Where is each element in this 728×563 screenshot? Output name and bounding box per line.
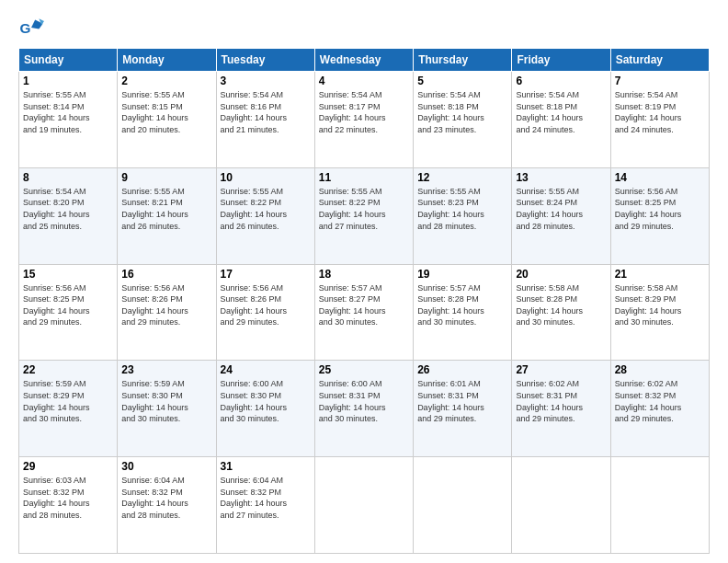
day-info: Sunrise: 5:57 AM Sunset: 8:28 PM Dayligh…	[417, 282, 507, 328]
calendar-cell: 27Sunrise: 6:02 AM Sunset: 8:31 PM Dayli…	[512, 361, 610, 457]
day-info: Sunrise: 5:55 AM Sunset: 8:24 PM Dayligh…	[516, 186, 606, 232]
day-info: Sunrise: 6:04 AM Sunset: 8:32 PM Dayligh…	[121, 475, 211, 521]
col-header-wednesday: Wednesday	[314, 49, 413, 72]
day-info: Sunrise: 5:56 AM Sunset: 8:26 PM Dayligh…	[221, 282, 311, 328]
day-info: Sunrise: 5:59 AM Sunset: 8:30 PM Dayligh…	[121, 378, 211, 424]
calendar-cell: 10Sunrise: 5:55 AM Sunset: 8:22 PM Dayli…	[216, 167, 314, 264]
day-info: Sunrise: 6:01 AM Sunset: 8:31 PM Dayligh…	[417, 378, 507, 424]
calendar-cell: 5Sunrise: 5:54 AM Sunset: 8:18 PM Daylig…	[414, 72, 512, 168]
day-number: 3	[221, 75, 311, 87]
day-number: 18	[319, 268, 409, 281]
col-header-thursday: Thursday	[414, 49, 512, 72]
day-info: Sunrise: 6:02 AM Sunset: 8:31 PM Dayligh…	[516, 378, 606, 424]
day-number: 10	[221, 171, 311, 184]
day-number: 20	[516, 268, 606, 281]
header: G	[18, 15, 710, 40]
day-info: Sunrise: 5:56 AM Sunset: 8:25 PM Dayligh…	[23, 282, 113, 328]
day-number: 5	[417, 75, 507, 87]
calendar-table: SundayMondayTuesdayWednesdayThursdayFrid…	[18, 48, 710, 554]
calendar-week-5: 29Sunrise: 6:03 AM Sunset: 8:32 PM Dayli…	[19, 457, 710, 554]
calendar-cell: 26Sunrise: 6:01 AM Sunset: 8:31 PM Dayli…	[414, 361, 512, 457]
day-number: 25	[319, 363, 409, 376]
calendar-cell: 15Sunrise: 5:56 AM Sunset: 8:25 PM Dayli…	[19, 264, 118, 361]
day-number: 1	[23, 75, 113, 87]
day-number: 17	[221, 268, 311, 281]
day-info: Sunrise: 6:02 AM Sunset: 8:32 PM Dayligh…	[615, 378, 705, 424]
calendar-cell: 17Sunrise: 5:56 AM Sunset: 8:26 PM Dayli…	[216, 264, 314, 361]
day-info: Sunrise: 5:54 AM Sunset: 8:19 PM Dayligh…	[615, 89, 705, 135]
day-number: 8	[23, 171, 113, 184]
day-info: Sunrise: 5:54 AM Sunset: 8:18 PM Dayligh…	[417, 89, 507, 135]
calendar-cell: 31Sunrise: 6:04 AM Sunset: 8:32 PM Dayli…	[216, 457, 314, 554]
calendar-cell: 18Sunrise: 5:57 AM Sunset: 8:27 PM Dayli…	[314, 264, 413, 361]
calendar-cell: 8Sunrise: 5:54 AM Sunset: 8:20 PM Daylig…	[19, 167, 118, 264]
day-info: Sunrise: 5:55 AM Sunset: 8:21 PM Dayligh…	[121, 186, 211, 232]
day-number: 16	[121, 268, 211, 281]
calendar-cell: 23Sunrise: 5:59 AM Sunset: 8:30 PM Dayli…	[118, 361, 216, 457]
calendar-cell	[512, 457, 610, 554]
day-number: 19	[417, 268, 507, 281]
day-number: 12	[417, 171, 507, 184]
calendar-cell: 6Sunrise: 5:54 AM Sunset: 8:18 PM Daylig…	[512, 72, 610, 168]
calendar-week-4: 22Sunrise: 5:59 AM Sunset: 8:29 PM Dayli…	[19, 361, 710, 457]
calendar-cell: 24Sunrise: 6:00 AM Sunset: 8:30 PM Dayli…	[216, 361, 314, 457]
day-info: Sunrise: 5:55 AM Sunset: 8:23 PM Dayligh…	[417, 186, 507, 232]
calendar-cell: 13Sunrise: 5:55 AM Sunset: 8:24 PM Dayli…	[512, 167, 610, 264]
day-number: 7	[615, 75, 705, 87]
calendar-cell: 7Sunrise: 5:54 AM Sunset: 8:19 PM Daylig…	[610, 72, 709, 168]
day-info: Sunrise: 5:54 AM Sunset: 8:18 PM Dayligh…	[516, 89, 606, 135]
col-header-friday: Friday	[512, 49, 610, 72]
day-info: Sunrise: 5:55 AM Sunset: 8:22 PM Dayligh…	[221, 186, 311, 232]
calendar-cell	[610, 457, 709, 554]
calendar-cell: 28Sunrise: 6:02 AM Sunset: 8:32 PM Dayli…	[610, 361, 709, 457]
day-number: 28	[615, 363, 705, 376]
day-info: Sunrise: 5:55 AM Sunset: 8:14 PM Dayligh…	[23, 89, 113, 135]
calendar-cell: 2Sunrise: 5:55 AM Sunset: 8:15 PM Daylig…	[118, 72, 216, 168]
day-number: 15	[23, 268, 113, 281]
day-number: 30	[121, 460, 211, 473]
calendar-cell	[314, 457, 413, 554]
day-number: 2	[121, 75, 211, 87]
calendar-cell: 29Sunrise: 6:03 AM Sunset: 8:32 PM Dayli…	[19, 457, 118, 554]
day-info: Sunrise: 5:56 AM Sunset: 8:25 PM Dayligh…	[615, 186, 705, 232]
calendar-cell: 9Sunrise: 5:55 AM Sunset: 8:21 PM Daylig…	[118, 167, 216, 264]
day-number: 29	[23, 460, 113, 473]
calendar-cell: 21Sunrise: 5:58 AM Sunset: 8:29 PM Dayli…	[610, 264, 709, 361]
col-header-saturday: Saturday	[610, 49, 709, 72]
day-info: Sunrise: 6:00 AM Sunset: 8:31 PM Dayligh…	[319, 378, 409, 424]
calendar-week-2: 8Sunrise: 5:54 AM Sunset: 8:20 PM Daylig…	[19, 167, 710, 264]
calendar-cell: 30Sunrise: 6:04 AM Sunset: 8:32 PM Dayli…	[118, 457, 216, 554]
page: G SundayMondayTuesdayWednesdayThursdayFr…	[0, 0, 728, 563]
day-number: 21	[615, 268, 705, 281]
day-number: 14	[615, 171, 705, 184]
calendar-week-1: 1Sunrise: 5:55 AM Sunset: 8:14 PM Daylig…	[19, 72, 710, 168]
day-number: 4	[319, 75, 409, 87]
calendar-cell: 16Sunrise: 5:56 AM Sunset: 8:26 PM Dayli…	[118, 264, 216, 361]
day-number: 26	[417, 363, 507, 376]
calendar-cell: 1Sunrise: 5:55 AM Sunset: 8:14 PM Daylig…	[19, 72, 118, 168]
calendar-cell: 11Sunrise: 5:55 AM Sunset: 8:22 PM Dayli…	[314, 167, 413, 264]
calendar-cell: 3Sunrise: 5:54 AM Sunset: 8:16 PM Daylig…	[216, 72, 314, 168]
day-info: Sunrise: 5:54 AM Sunset: 8:17 PM Dayligh…	[319, 89, 409, 135]
calendar-cell: 20Sunrise: 5:58 AM Sunset: 8:28 PM Dayli…	[512, 264, 610, 361]
day-info: Sunrise: 6:04 AM Sunset: 8:32 PM Dayligh…	[221, 475, 311, 521]
logo-icon: G	[18, 15, 44, 40]
day-number: 9	[121, 171, 211, 184]
day-number: 31	[221, 460, 311, 473]
col-header-monday: Monday	[118, 49, 216, 72]
calendar-cell: 4Sunrise: 5:54 AM Sunset: 8:17 PM Daylig…	[314, 72, 413, 168]
day-info: Sunrise: 5:54 AM Sunset: 8:16 PM Dayligh…	[221, 89, 311, 135]
day-number: 6	[516, 75, 606, 87]
day-number: 27	[516, 363, 606, 376]
col-header-sunday: Sunday	[19, 49, 118, 72]
calendar-cell: 14Sunrise: 5:56 AM Sunset: 8:25 PM Dayli…	[610, 167, 709, 264]
day-info: Sunrise: 5:55 AM Sunset: 8:22 PM Dayligh…	[319, 186, 409, 232]
calendar-week-3: 15Sunrise: 5:56 AM Sunset: 8:25 PM Dayli…	[19, 264, 710, 361]
calendar-cell: 12Sunrise: 5:55 AM Sunset: 8:23 PM Dayli…	[414, 167, 512, 264]
day-info: Sunrise: 6:03 AM Sunset: 8:32 PM Dayligh…	[23, 475, 113, 521]
day-info: Sunrise: 6:00 AM Sunset: 8:30 PM Dayligh…	[221, 378, 311, 424]
col-header-tuesday: Tuesday	[216, 49, 314, 72]
day-info: Sunrise: 5:59 AM Sunset: 8:29 PM Dayligh…	[23, 378, 113, 424]
day-info: Sunrise: 5:54 AM Sunset: 8:20 PM Dayligh…	[23, 186, 113, 232]
calendar-cell: 19Sunrise: 5:57 AM Sunset: 8:28 PM Dayli…	[414, 264, 512, 361]
